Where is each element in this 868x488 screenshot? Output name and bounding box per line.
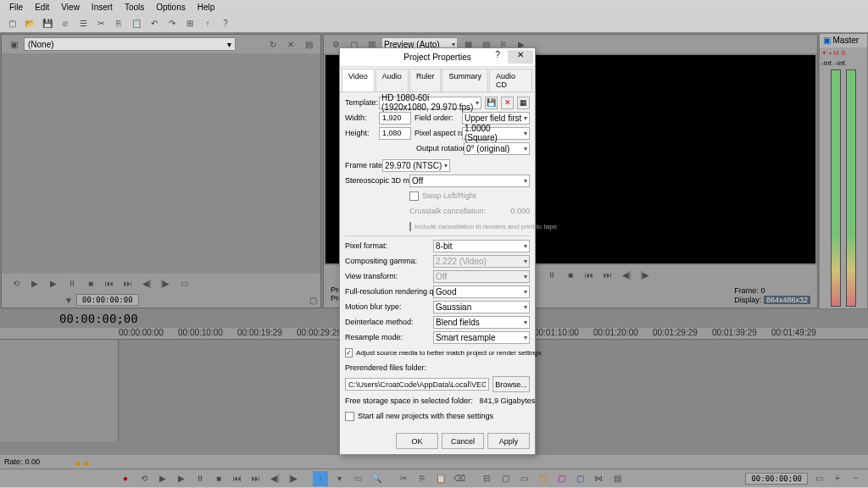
out-rot-label: Output rotation: xyxy=(416,144,460,152)
field-order-combo[interactable]: Upper field first xyxy=(462,112,530,125)
browse-button[interactable]: Browse... xyxy=(492,376,530,392)
width-input[interactable] xyxy=(379,112,411,125)
par-combo[interactable]: 1.0000 (Square) xyxy=(462,127,530,140)
adjust-checkbox[interactable]: ✓ xyxy=(345,348,353,358)
deint-label: Deinterlace method: xyxy=(345,318,430,326)
dialog-tabs: Video Audio Ruler Summary Audio CD xyxy=(340,67,535,92)
tab-ruler[interactable]: Ruler xyxy=(409,69,442,92)
s3d-combo[interactable]: Off xyxy=(409,175,530,187)
include-cancel-label: Include cancellation in renders and prin… xyxy=(415,223,557,230)
par-label: Pixel aspect ratio: xyxy=(415,129,459,137)
quality-label: Full-resolution rendering quality: xyxy=(345,287,430,296)
template-label: Template: xyxy=(345,98,376,107)
pxfmt-combo[interactable]: 8-bit xyxy=(433,240,530,252)
start-all-label: Start all new projects with these settin… xyxy=(358,412,493,420)
s3d-label: Stereoscopic 3D mode: xyxy=(345,176,406,185)
crosstalk-value: 0.000 xyxy=(510,207,530,215)
height-input[interactable] xyxy=(379,127,411,140)
height-label: Height: xyxy=(345,129,376,137)
help-button[interactable]: ? xyxy=(491,50,504,64)
cancel-button[interactable]: Cancel xyxy=(442,433,484,449)
adjust-label: Adjust source media to better match proj… xyxy=(356,349,542,357)
pxfmt-label: Pixel format: xyxy=(345,241,430,250)
dialog-titlebar[interactable]: Project Properties ? ✕ xyxy=(340,48,535,67)
blur-label: Motion blur type: xyxy=(345,302,430,311)
viewxf-combo[interactable]: Off xyxy=(433,270,530,283)
free-space-value: 841,9 Gigabytes xyxy=(480,396,536,405)
delete-template-icon[interactable]: ✕ xyxy=(501,97,514,109)
prerender-path-input[interactable] xyxy=(345,378,489,391)
match-media-icon[interactable]: ▦ xyxy=(517,97,530,109)
crosstalk-label: Crosstalk cancellation: xyxy=(409,207,486,215)
swap-label: Swap Left/Right xyxy=(422,191,476,200)
tab-audio[interactable]: Audio xyxy=(376,69,409,92)
gamma-combo[interactable]: 2.222 (Video) xyxy=(433,255,530,268)
resample-combo[interactable]: Smart resample xyxy=(433,331,530,344)
tab-summary[interactable]: Summary xyxy=(442,69,488,92)
tab-audiocd[interactable]: Audio CD xyxy=(489,69,532,92)
resample-label: Resample mode: xyxy=(345,333,430,341)
apply-button[interactable]: Apply xyxy=(487,433,530,449)
viewxf-label: View transform: xyxy=(345,272,430,280)
swap-checkbox[interactable] xyxy=(409,191,419,201)
fps-label: Frame rate: xyxy=(345,161,379,169)
gamma-label: Compositing gamma: xyxy=(345,257,430,265)
out-rot-combo[interactable]: 0° (original) xyxy=(464,142,530,155)
tab-video[interactable]: Video xyxy=(342,69,375,92)
dialog-title-text: Project Properties xyxy=(403,53,470,62)
blur-combo[interactable]: Gaussian xyxy=(433,301,530,313)
start-all-checkbox[interactable] xyxy=(345,412,354,421)
field-order-label: Field order: xyxy=(415,114,459,122)
save-template-icon[interactable]: 💾 xyxy=(485,97,498,109)
project-properties-dialog: Project Properties ? ✕ Video Audio Ruler… xyxy=(339,47,536,455)
free-space-label: Free storage space in selected folder: xyxy=(345,396,473,405)
deint-combo[interactable]: Blend fields xyxy=(433,316,530,329)
template-combo[interactable]: HD 1080-60i (1920x1080, 29.970 fps) xyxy=(379,97,481,109)
fps-combo[interactable]: 29.970 (NTSC) xyxy=(382,159,450,172)
quality-combo[interactable]: Good xyxy=(433,286,530,298)
prerender-label: Prerendered files folder: xyxy=(345,363,426,372)
close-button[interactable]: ✕ xyxy=(508,50,533,64)
ok-button[interactable]: OK xyxy=(396,433,438,449)
include-cancel-checkbox[interactable] xyxy=(409,222,411,231)
width-label: Width: xyxy=(345,114,376,122)
